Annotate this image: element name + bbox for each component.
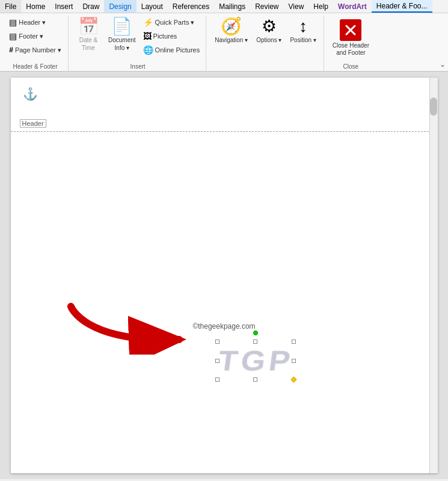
close-group-label: Close	[343, 63, 359, 70]
quick-parts-button[interactable]: ⚡ Quick Parts ▾	[141, 16, 203, 29]
resize-handle-ml[interactable]	[215, 359, 219, 363]
options-label: Options ▾	[256, 36, 281, 44]
menu-header-footer[interactable]: Header & Foo...	[372, 0, 432, 13]
close-header-footer-button[interactable]: Close Headerand Footer	[329, 16, 373, 60]
position-label: Position ▾	[290, 36, 316, 44]
nav-group-label	[265, 63, 266, 70]
online-pictures-label: Online Pictures	[155, 46, 200, 54]
menu-design[interactable]: Design	[104, 0, 136, 13]
pictures-icon: 🖼	[143, 31, 152, 41]
insert-group-label: Insert	[130, 63, 146, 70]
menu-wordart[interactable]: WordArt	[333, 0, 372, 13]
menu-draw[interactable]: Draw	[78, 0, 104, 13]
date-time-button: 📅 Date &Time	[73, 16, 103, 60]
menu-file[interactable]: File	[0, 0, 21, 13]
ribbon-expand-button[interactable]: ⌄	[440, 60, 446, 69]
hf-group-label: Header & Footer	[13, 63, 58, 70]
footer-button[interactable]: ▤ Footer ▾	[7, 29, 64, 43]
menu-review[interactable]: Review	[250, 0, 283, 13]
ribbon-col-insert: ⚡ Quick Parts ▾ 🖼 Pictures 🌐 Online Pict…	[141, 16, 203, 66]
ribbon-group-header-footer: ▤ Header ▾ ▤ Footer ▾ # Page Number ▾ He…	[2, 16, 69, 71]
scrollbar-thumb[interactable]	[430, 98, 437, 116]
resize-handle-mr[interactable]	[292, 359, 296, 363]
menu-bar: File Home Insert Draw Design Layout Refe…	[0, 0, 448, 13]
pictures-button[interactable]: 🖼 Pictures	[141, 29, 203, 43]
footer-icon: ▤	[9, 31, 17, 41]
quick-parts-label: Quick Parts ▾	[155, 19, 195, 26]
wordart-text: TGP	[216, 344, 295, 377]
menu-references[interactable]: References	[168, 0, 214, 13]
ribbon-group-close: Close Headerand Footer Close	[325, 16, 376, 71]
ribbon-group-navigation: 🧭 Navigation ▾ ⚙ Options ▾ ↕ Position ▾	[207, 16, 324, 71]
close-hf-icon	[340, 19, 361, 41]
page-number-label: Page Number ▾	[15, 46, 61, 54]
ribbon-content: ▤ Header ▾ ▤ Footer ▾ # Page Number ▾ He…	[0, 13, 448, 71]
navigation-icon: 🧭	[221, 18, 242, 35]
document-info-icon: 📄	[111, 18, 132, 35]
document-info-button[interactable]: 📄 DocumentInfo ▾	[105, 16, 140, 60]
red-arrow	[59, 300, 227, 355]
menu-home[interactable]: Home	[21, 0, 50, 13]
resize-handle-tl[interactable]	[215, 340, 219, 344]
menu-layout[interactable]: Layout	[137, 0, 168, 13]
close-hf-label: Close Headerand Footer	[333, 42, 369, 57]
document-container: ⚓ Header ©thegeekpage.com TGP	[0, 72, 448, 479]
pictures-label: Pictures	[153, 33, 177, 40]
document-page: ⚓ Header ©thegeekpage.com TGP	[11, 78, 438, 473]
header-label-tag: Header	[20, 119, 46, 128]
menu-help[interactable]: Help	[308, 0, 333, 13]
resize-handle-bc[interactable]	[253, 377, 257, 382]
menu-mailings[interactable]: Mailings	[214, 0, 250, 13]
ribbon: ▤ Header ▾ ▤ Footer ▾ # Page Number ▾ He…	[0, 13, 448, 72]
navigation-button[interactable]: 🧭 Navigation ▾	[211, 16, 251, 60]
rotation-handle[interactable]	[253, 330, 258, 335]
header-button[interactable]: ▤ Header ▾	[7, 16, 64, 29]
online-pictures-button[interactable]: 🌐 Online Pictures	[141, 43, 203, 57]
document-info-label: DocumentInfo ▾	[108, 36, 136, 52]
header-icon: ▤	[9, 17, 17, 27]
online-pictures-icon: 🌐	[143, 45, 153, 55]
resize-handle-br[interactable]	[291, 377, 297, 383]
options-button[interactable]: ⚙ Options ▾	[253, 16, 285, 60]
ribbon-group-insert: 📅 Date &Time 📄 DocumentInfo ▾ ⚡ Quick Pa…	[70, 16, 206, 71]
position-button[interactable]: ↕ Position ▾	[286, 16, 319, 60]
date-time-icon: 📅	[78, 18, 99, 35]
navigation-label: Navigation ▾	[215, 36, 248, 44]
footer-label: Footer ▾	[19, 33, 43, 40]
date-time-label: Date &Time	[79, 36, 98, 52]
page-number-icon: #	[9, 46, 13, 54]
header-label: Header ▾	[19, 19, 46, 26]
wordart-tgp[interactable]: TGP	[218, 343, 293, 379]
resize-handle-bl[interactable]	[215, 377, 219, 382]
menu-insert[interactable]: Insert	[50, 0, 78, 13]
scrollbar-right[interactable]	[429, 78, 438, 473]
quick-parts-icon: ⚡	[143, 17, 153, 27]
document-header-area[interactable]: ⚓ Header	[11, 78, 438, 132]
menu-view[interactable]: View	[284, 0, 309, 13]
options-icon: ⚙	[262, 18, 277, 35]
position-icon: ↕	[299, 18, 307, 35]
document-body[interactable]: ©thegeekpage.com TGP	[11, 132, 438, 385]
ribbon-col-hf: ▤ Header ▾ ▤ Footer ▾ # Page Number ▾	[7, 16, 64, 66]
resize-handle-tc[interactable]	[253, 340, 257, 344]
resize-handle-tr[interactable]	[292, 340, 296, 344]
page-number-button[interactable]: # Page Number ▾	[7, 43, 64, 57]
anchor-icon: ⚓	[23, 87, 38, 101]
